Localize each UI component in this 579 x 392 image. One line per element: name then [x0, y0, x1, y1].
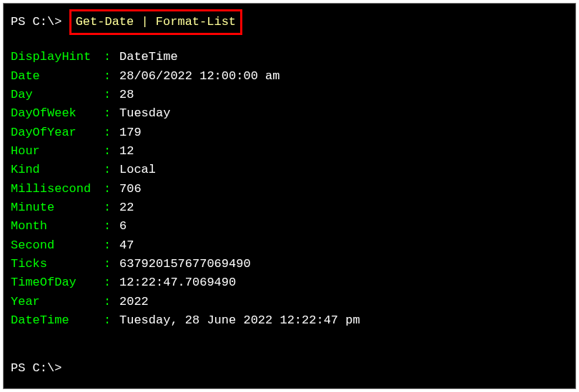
- prompt-prefix-2: PS C:\>: [11, 361, 61, 375]
- output-row: Year:2022: [11, 293, 568, 311]
- output-row: DisplayHint:DateTime: [11, 48, 568, 66]
- output-row: Date:28/06/2022 12:00:00 am: [11, 67, 568, 86]
- property-value: Local: [119, 161, 156, 179]
- output-row: Millisecond:706: [11, 180, 568, 198]
- output-row: DayOfWeek:Tuesday: [11, 104, 568, 123]
- property-value: 637920157677069490: [119, 255, 251, 273]
- output-row: Minute:22: [11, 198, 568, 217]
- property-name: DisplayHint: [11, 48, 104, 66]
- colon-separator: :: [104, 217, 119, 236]
- colon-separator: :: [104, 273, 119, 292]
- property-value: 12: [119, 142, 134, 161]
- colon-separator: :: [104, 255, 119, 273]
- prompt-line-2: PS C:\>: [11, 359, 568, 378]
- colon-separator: :: [104, 198, 119, 217]
- colon-separator: :: [104, 86, 119, 104]
- property-value: 12:22:47.7069490: [119, 273, 236, 292]
- output-row: Ticks:637920157677069490: [11, 255, 568, 273]
- property-name: Month: [11, 217, 104, 236]
- output-row: Month:6: [11, 217, 568, 236]
- colon-separator: :: [104, 161, 119, 179]
- property-value: 28/06/2022 12:00:00 am: [119, 67, 279, 86]
- property-value: 706: [119, 180, 142, 198]
- property-name: Day: [11, 86, 104, 104]
- property-name: TimeOfDay: [11, 273, 104, 292]
- colon-separator: :: [104, 311, 119, 330]
- property-value: Tuesday: [119, 104, 170, 123]
- colon-separator: :: [104, 104, 119, 123]
- output-row: Hour:12: [11, 142, 568, 161]
- property-value: 6: [119, 217, 127, 236]
- output-row: Day:28: [11, 86, 568, 104]
- output-row: Kind:Local: [11, 161, 568, 179]
- property-name: Minute: [11, 198, 104, 217]
- property-value: 47: [119, 236, 134, 255]
- terminal-window[interactable]: PS C:\> Get-Date | Format-List DisplayHi…: [3, 3, 576, 389]
- property-value: 22: [119, 198, 134, 217]
- output-row: DayOfYear:179: [11, 124, 568, 142]
- property-name: DayOfYear: [11, 124, 104, 142]
- output-row: DateTime:Tuesday, 28 June 2022 12:22:47 …: [11, 311, 568, 330]
- property-value: 179: [119, 124, 142, 142]
- prompt-prefix: PS C:\>: [11, 13, 69, 31]
- property-value: Tuesday, 28 June 2022 12:22:47 pm: [119, 311, 360, 330]
- colon-separator: :: [104, 236, 119, 255]
- colon-separator: :: [104, 67, 119, 86]
- prompt-line-1: PS C:\> Get-Date | Format-List: [11, 9, 568, 35]
- output-block: DisplayHint:DateTimeDate:28/06/2022 12:0…: [11, 48, 568, 330]
- colon-separator: :: [104, 48, 119, 66]
- property-value: 28: [119, 86, 134, 104]
- colon-separator: :: [104, 124, 119, 142]
- property-name: Ticks: [11, 255, 104, 273]
- property-name: Second: [11, 236, 104, 255]
- property-value: DateTime: [119, 48, 178, 66]
- colon-separator: :: [104, 293, 119, 311]
- entered-command: Get-Date | Format-List: [69, 9, 242, 35]
- property-name: Kind: [11, 161, 104, 179]
- property-name: Millisecond: [11, 180, 104, 198]
- colon-separator: :: [104, 180, 119, 198]
- output-row: TimeOfDay:12:22:47.7069490: [11, 273, 568, 292]
- property-name: Hour: [11, 142, 104, 161]
- output-row: Second:47: [11, 236, 568, 255]
- property-value: 2022: [119, 293, 149, 311]
- property-name: Date: [11, 67, 104, 86]
- property-name: Year: [11, 293, 104, 311]
- colon-separator: :: [104, 142, 119, 161]
- property-name: DateTime: [11, 311, 104, 330]
- property-name: DayOfWeek: [11, 104, 104, 123]
